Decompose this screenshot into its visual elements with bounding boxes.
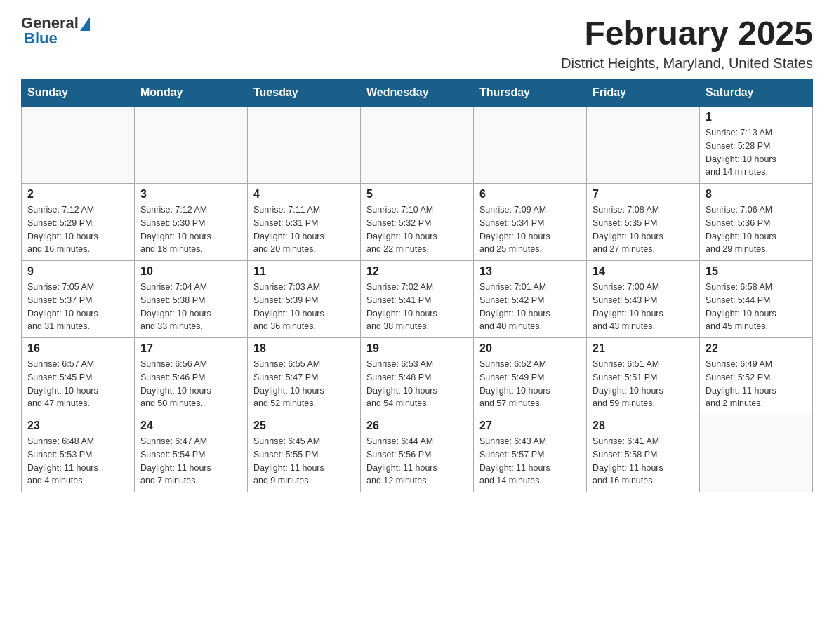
calendar-day-cell: 10Sunrise: 7:04 AM Sunset: 5:38 PM Dayli…: [135, 261, 248, 338]
day-info: Sunrise: 6:56 AM Sunset: 5:46 PM Dayligh…: [140, 358, 241, 410]
calendar-week-row: 2Sunrise: 7:12 AM Sunset: 5:29 PM Daylig…: [22, 184, 813, 261]
calendar-header-row: SundayMondayTuesdayWednesdayThursdayFrid…: [22, 79, 813, 107]
day-number: 9: [27, 265, 128, 278]
calendar-day-cell: [587, 107, 700, 184]
calendar-day-cell: 25Sunrise: 6:45 AM Sunset: 5:55 PM Dayli…: [248, 415, 361, 492]
calendar-week-row: 16Sunrise: 6:57 AM Sunset: 5:45 PM Dayli…: [22, 338, 813, 415]
calendar-day-cell: 6Sunrise: 7:09 AM Sunset: 5:34 PM Daylig…: [474, 184, 587, 261]
logo: General Blue: [21, 14, 90, 48]
calendar-day-cell: 1Sunrise: 7:13 AM Sunset: 5:28 PM Daylig…: [700, 107, 813, 184]
calendar-week-row: 1Sunrise: 7:13 AM Sunset: 5:28 PM Daylig…: [22, 107, 813, 184]
day-of-week-header: Monday: [135, 79, 248, 107]
calendar-day-cell: 8Sunrise: 7:06 AM Sunset: 5:36 PM Daylig…: [700, 184, 813, 261]
day-info: Sunrise: 7:12 AM Sunset: 5:29 PM Dayligh…: [27, 203, 128, 256]
calendar-day-cell: [700, 415, 813, 492]
day-number: 1: [706, 111, 807, 123]
day-info: Sunrise: 6:41 AM Sunset: 5:58 PM Dayligh…: [593, 435, 694, 488]
calendar-day-cell: 16Sunrise: 6:57 AM Sunset: 5:45 PM Dayli…: [22, 338, 135, 415]
calendar-day-cell: [361, 107, 474, 184]
calendar-day-cell: 22Sunrise: 6:49 AM Sunset: 5:52 PM Dayli…: [700, 338, 813, 415]
day-info: Sunrise: 7:02 AM Sunset: 5:41 PM Dayligh…: [366, 281, 468, 333]
day-number: 5: [366, 188, 468, 201]
day-number: 17: [140, 342, 241, 355]
day-number: 7: [593, 188, 694, 201]
calendar-day-cell: [474, 107, 587, 184]
day-info: Sunrise: 7:06 AM Sunset: 5:36 PM Dayligh…: [706, 203, 807, 256]
day-info: Sunrise: 6:53 AM Sunset: 5:48 PM Dayligh…: [366, 358, 468, 410]
day-number: 6: [479, 188, 581, 201]
calendar-day-cell: 14Sunrise: 7:00 AM Sunset: 5:43 PM Dayli…: [587, 261, 700, 338]
day-of-week-header: Sunday: [22, 79, 135, 107]
day-number: 19: [366, 342, 468, 355]
day-number: 13: [479, 265, 581, 278]
calendar-day-cell: [248, 107, 361, 184]
calendar-day-cell: 17Sunrise: 6:56 AM Sunset: 5:46 PM Dayli…: [135, 338, 248, 415]
calendar-day-cell: 15Sunrise: 6:58 AM Sunset: 5:44 PM Dayli…: [700, 261, 813, 338]
day-number: 24: [140, 420, 241, 432]
day-number: 18: [253, 342, 355, 355]
day-number: 4: [253, 188, 355, 201]
calendar-day-cell: 12Sunrise: 7:02 AM Sunset: 5:41 PM Dayli…: [361, 261, 474, 338]
calendar-week-row: 9Sunrise: 7:05 AM Sunset: 5:37 PM Daylig…: [22, 261, 813, 338]
page-header: General Blue February 2025 District Heig…: [21, 14, 813, 72]
day-number: 11: [253, 265, 355, 278]
calendar-table: SundayMondayTuesdayWednesdayThursdayFrid…: [21, 79, 813, 492]
day-number: 3: [140, 188, 241, 201]
day-number: 21: [593, 342, 694, 355]
day-of-week-header: Saturday: [700, 79, 813, 107]
day-info: Sunrise: 6:57 AM Sunset: 5:45 PM Dayligh…: [27, 358, 128, 410]
calendar-day-cell: 21Sunrise: 6:51 AM Sunset: 5:51 PM Dayli…: [587, 338, 700, 415]
day-info: Sunrise: 7:04 AM Sunset: 5:38 PM Dayligh…: [140, 281, 241, 333]
day-info: Sunrise: 6:52 AM Sunset: 5:49 PM Dayligh…: [479, 358, 581, 410]
day-number: 25: [253, 420, 355, 432]
day-info: Sunrise: 6:49 AM Sunset: 5:52 PM Dayligh…: [706, 358, 807, 410]
day-number: 12: [366, 265, 468, 278]
day-of-week-header: Thursday: [474, 79, 587, 107]
day-number: 20: [479, 342, 581, 355]
calendar-day-cell: 4Sunrise: 7:11 AM Sunset: 5:31 PM Daylig…: [248, 184, 361, 261]
day-info: Sunrise: 7:00 AM Sunset: 5:43 PM Dayligh…: [593, 281, 694, 333]
day-info: Sunrise: 7:12 AM Sunset: 5:30 PM Dayligh…: [140, 203, 241, 256]
calendar-day-cell: 2Sunrise: 7:12 AM Sunset: 5:29 PM Daylig…: [22, 184, 135, 261]
calendar-week-row: 23Sunrise: 6:48 AM Sunset: 5:53 PM Dayli…: [22, 415, 813, 492]
day-number: 14: [593, 265, 694, 278]
calendar-day-cell: 7Sunrise: 7:08 AM Sunset: 5:35 PM Daylig…: [587, 184, 700, 261]
calendar-day-cell: 28Sunrise: 6:41 AM Sunset: 5:58 PM Dayli…: [587, 415, 700, 492]
day-number: 26: [366, 420, 468, 432]
title-section: February 2025 District Heights, Maryland…: [561, 14, 813, 72]
calendar-day-cell: 9Sunrise: 7:05 AM Sunset: 5:37 PM Daylig…: [22, 261, 135, 338]
calendar-day-cell: 27Sunrise: 6:43 AM Sunset: 5:57 PM Dayli…: [474, 415, 587, 492]
day-info: Sunrise: 6:45 AM Sunset: 5:55 PM Dayligh…: [253, 435, 355, 488]
day-info: Sunrise: 6:48 AM Sunset: 5:53 PM Dayligh…: [27, 435, 128, 488]
day-number: 27: [479, 420, 581, 432]
day-info: Sunrise: 7:03 AM Sunset: 5:39 PM Dayligh…: [253, 281, 355, 333]
day-info: Sunrise: 7:10 AM Sunset: 5:32 PM Dayligh…: [366, 203, 468, 256]
day-info: Sunrise: 7:09 AM Sunset: 5:34 PM Dayligh…: [479, 203, 581, 256]
calendar-day-cell: 24Sunrise: 6:47 AM Sunset: 5:54 PM Dayli…: [135, 415, 248, 492]
day-info: Sunrise: 6:43 AM Sunset: 5:57 PM Dayligh…: [479, 435, 581, 488]
day-info: Sunrise: 7:08 AM Sunset: 5:35 PM Dayligh…: [593, 203, 694, 256]
calendar-subtitle: District Heights, Maryland, United State…: [561, 55, 813, 72]
day-number: 23: [27, 420, 128, 432]
calendar-day-cell: 5Sunrise: 7:10 AM Sunset: 5:32 PM Daylig…: [361, 184, 474, 261]
day-number: 16: [27, 342, 128, 355]
day-info: Sunrise: 7:11 AM Sunset: 5:31 PM Dayligh…: [253, 203, 355, 256]
day-info: Sunrise: 7:13 AM Sunset: 5:28 PM Dayligh…: [706, 126, 807, 179]
day-number: 22: [706, 342, 807, 355]
calendar-title: February 2025: [561, 14, 813, 53]
day-number: 15: [706, 265, 807, 278]
day-info: Sunrise: 6:47 AM Sunset: 5:54 PM Dayligh…: [140, 435, 241, 488]
day-number: 28: [593, 420, 694, 432]
day-info: Sunrise: 6:44 AM Sunset: 5:56 PM Dayligh…: [366, 435, 468, 488]
day-number: 2: [27, 188, 128, 201]
logo-triangle-icon: [80, 17, 90, 31]
calendar-day-cell: 13Sunrise: 7:01 AM Sunset: 5:42 PM Dayli…: [474, 261, 587, 338]
calendar-day-cell: 23Sunrise: 6:48 AM Sunset: 5:53 PM Dayli…: [22, 415, 135, 492]
day-info: Sunrise: 6:58 AM Sunset: 5:44 PM Dayligh…: [706, 281, 807, 333]
calendar-day-cell: 11Sunrise: 7:03 AM Sunset: 5:39 PM Dayli…: [248, 261, 361, 338]
day-info: Sunrise: 7:01 AM Sunset: 5:42 PM Dayligh…: [479, 281, 581, 333]
calendar-day-cell: 26Sunrise: 6:44 AM Sunset: 5:56 PM Dayli…: [361, 415, 474, 492]
day-number: 8: [706, 188, 807, 201]
day-info: Sunrise: 7:05 AM Sunset: 5:37 PM Dayligh…: [27, 281, 128, 333]
calendar-day-cell: 3Sunrise: 7:12 AM Sunset: 5:30 PM Daylig…: [135, 184, 248, 261]
